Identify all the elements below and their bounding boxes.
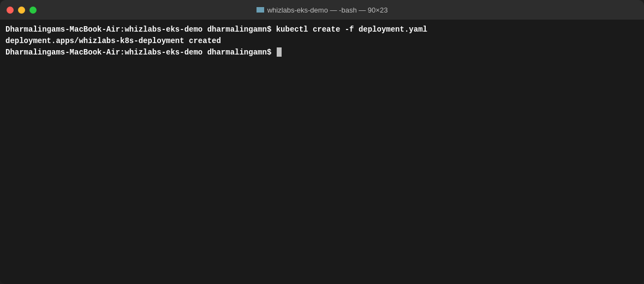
terminal-icon: [257, 7, 264, 13]
maximize-button[interactable]: [29, 7, 37, 14]
titlebar: whizlabs-eks-demo — -bash — 90×23: [0, 0, 644, 20]
cursor: [277, 47, 282, 57]
minimize-button[interactable]: [18, 7, 25, 14]
close-button[interactable]: [7, 7, 14, 14]
command-line-1: Dharmalingams-MacBook-Air:whizlabs-eks-d…: [5, 24, 639, 35]
command-line-2: Dharmalingams-MacBook-Air:whizlabs-eks-d…: [5, 47, 639, 58]
prompt-2: Dharmalingams-MacBook-Air:whizlabs-eks-d…: [5, 48, 276, 57]
output-line-1: deployment.apps/whizlabs-k8s-deployment …: [5, 35, 639, 47]
title-text: whizlabs-eks-demo — -bash — 90×23: [267, 6, 388, 14]
window-title: whizlabs-eks-demo — -bash — 90×23: [257, 6, 388, 14]
terminal-window: whizlabs-eks-demo — -bash — 90×23 Dharma…: [0, 0, 644, 284]
traffic-lights: [7, 7, 37, 14]
prompt-1: Dharmalingams-MacBook-Air:whizlabs-eks-d…: [5, 25, 276, 34]
command-text-1: kubectl create -f deployment.yaml: [276, 25, 427, 34]
terminal-body[interactable]: Dharmalingams-MacBook-Air:whizlabs-eks-d…: [0, 20, 644, 284]
